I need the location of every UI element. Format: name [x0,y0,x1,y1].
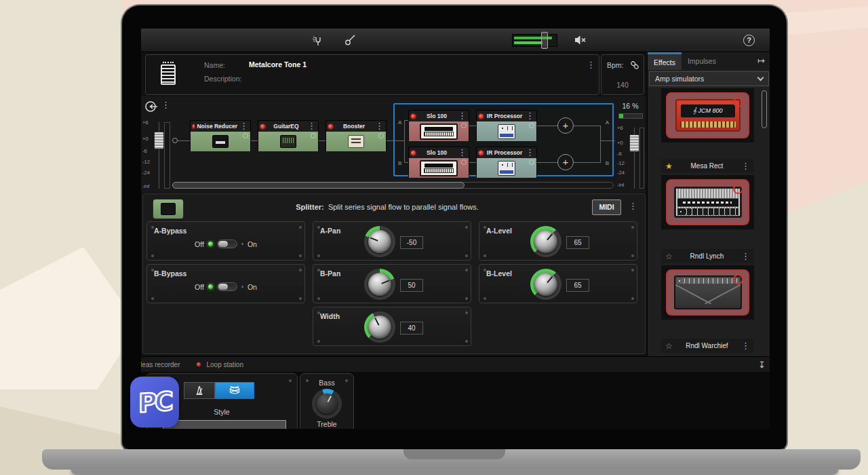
scale-tick: -inf [142,183,149,189]
amp-card-title-mesa-rect[interactable]: ★ Mesa Rect ⋮ [661,159,754,173]
b-bypass-toggle[interactable] [217,282,237,291]
led-on[interactable] [411,114,416,119]
fx-block-booster[interactable]: Booster ⋮ [326,120,387,151]
preset-menu-icon[interactable]: ⋮ [587,62,595,69]
fx-menu-icon[interactable]: ⋮ [307,123,316,130]
bpm-value[interactable]: 140 [601,81,644,89]
led-on[interactable] [479,151,484,155]
a-level-knob[interactable] [534,230,557,253]
add-block-b-button[interactable]: + [557,154,574,170]
fx-menu-icon[interactable]: ⋮ [239,123,248,130]
fx-name: IR Processor [486,113,524,119]
led-on[interactable] [193,124,195,129]
preset-header-panel: Name: Metalcore Tone 1 Description: ⋮ [145,54,599,95]
amp-card-mesa-rect[interactable] [661,175,754,229]
chain-input-node[interactable] [172,138,178,143]
a-pan-value[interactable]: -50 [400,236,423,249]
amp-menu-icon[interactable]: ⋮ [741,343,750,349]
a-pan-knob[interactable] [368,230,391,253]
star-icon[interactable]: ☆ [665,342,673,350]
preset-name[interactable]: Metalcore Tone 1 [249,60,307,69]
volume-slider-handle[interactable] [541,32,548,49]
toggle-off-label: Off [195,240,204,248]
fx-menu-icon[interactable]: ⋮ [526,113,534,119]
fx-block-ir-processor-b[interactable]: IR Processor ⋮ [476,147,537,178]
star-icon[interactable]: ☆ [665,252,673,261]
output-fader-handle[interactable] [629,134,639,152]
sidebar-scrollbar-thumb[interactable] [762,90,767,128]
led-on[interactable] [411,151,416,155]
help-icon[interactable]: ? [743,35,755,46]
star-icon[interactable]: ★ [665,162,673,170]
a-bypass-toggle[interactable] [217,240,237,248]
width-knob[interactable] [368,316,391,339]
width-value[interactable]: 40 [400,322,423,335]
splitter-menu-icon[interactable]: ⋮ [629,203,637,210]
fx-block-slo100-a[interactable]: Slo 100 ⋮ [408,110,469,141]
input-menu-icon[interactable]: ⋮ [161,102,170,109]
fx-block-ir-processor-a[interactable]: IR Processor ⋮ [476,110,537,141]
amp-menu-icon[interactable]: ⋮ [741,163,750,170]
scale-tick: -6 [142,148,147,154]
amp-tile[interactable] [666,179,749,225]
tone-panel: Bass Treble [300,373,354,429]
bpm-link-icon[interactable] [630,60,639,70]
b-pan-knob[interactable] [368,273,391,296]
wire [600,126,601,163]
guitar-icon[interactable] [344,35,356,46]
add-block-a-button[interactable]: + [557,117,574,134]
output-volume-slider[interactable] [512,34,557,47]
tab-loop-station[interactable]: Loop station [206,361,243,368]
input-fader-handle[interactable] [154,132,164,149]
led-on[interactable] [479,114,484,119]
amp-card-title-rndl-warchief[interactable]: ☆ Rndl Warchief ⋮ [661,339,754,353]
a-level-value[interactable]: 65 [566,236,589,249]
input-icon[interactable] [144,100,158,113]
collapse-icon[interactable]: ↧ [758,360,766,370]
b-pan-value[interactable]: 50 [400,279,423,292]
led-on[interactable] [328,124,333,129]
category-dropdown[interactable]: Amp simulators [649,71,769,86]
signal-flow-icon[interactable]: ↦ [757,56,765,66]
b-level-knob[interactable] [534,273,557,296]
amp-card-title-rndl-lynch[interactable]: ☆ Rndl Lynch ⋮ [661,249,754,263]
app-topbar: ? [141,28,770,52]
amp-menu-icon[interactable]: ⋮ [741,253,750,260]
splitter-selection-box[interactable]: A B A B [393,103,614,176]
amp-tile[interactable] [666,269,749,316]
metronome-button[interactable] [184,382,215,399]
pedal-art [348,135,364,148]
fx-block-noise-reducer[interactable]: Noise Reducer ⋮ [190,120,251,151]
fx-menu-icon[interactable]: ⋮ [458,149,467,156]
wire [536,126,557,126]
chain-hscrollbar-thumb[interactable] [172,182,465,189]
bass-knob[interactable] [317,394,337,414]
amp-tile[interactable]: 𝄞 JCM 800 [666,92,749,138]
toggle-dot [241,286,243,288]
amp-list[interactable]: 𝄞 JCM 800 ★ Mesa Rect ⋮ ☆ [648,88,770,356]
tab-effects[interactable]: Effects [648,52,682,70]
fx-block-guitareq[interactable]: GuitarEQ ⋮ [258,120,319,151]
tab-impulses[interactable]: Impulses [682,52,722,70]
amp-art [420,124,458,140]
notes-icon [161,64,176,85]
fx-menu-icon[interactable]: ⋮ [526,149,534,156]
mute-icon[interactable] [574,35,587,45]
tab-ideas-recorder[interactable]: Ideas recorder [141,361,180,368]
drum-button[interactable] [215,382,254,399]
splitter-pedal-icon[interactable] [153,199,184,219]
amp-name: Mesa Rect [675,162,738,170]
cpu-meter [618,113,643,119]
tuner-icon[interactable] [312,35,323,46]
amp-card-jcm800[interactable]: 𝄞 JCM 800 [661,88,754,142]
led-on[interactable] [260,124,265,129]
fx-menu-icon[interactable]: ⋮ [375,123,384,130]
style-dropdown[interactable] [163,420,286,429]
fx-menu-icon[interactable]: ⋮ [458,113,467,119]
midi-button[interactable]: MIDI [592,200,621,215]
fx-block-slo100-b[interactable]: Slo 100 ⋮ [408,147,469,178]
wire [574,162,601,163]
amp-card-rndl-lynch[interactable] [661,265,754,320]
b-level-value[interactable]: 65 [566,279,589,292]
sidebar-tabs: Effects Impulses ↦ [648,52,770,70]
